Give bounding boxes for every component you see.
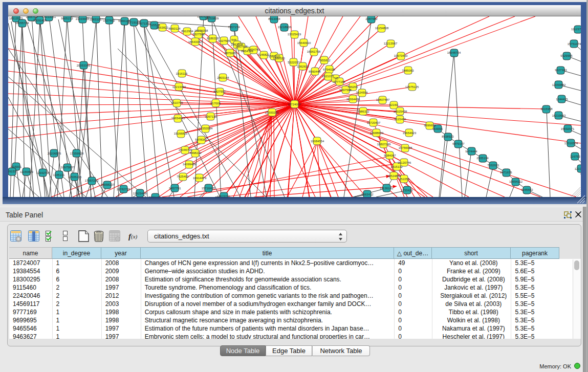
svg-text:16914479: 16914479 [193, 177, 207, 180]
svg-text:16154808: 16154808 [375, 27, 389, 30]
svg-text:14099489: 14099489 [183, 163, 197, 166]
svg-text:546: 546 [231, 38, 237, 41]
svg-text:9245652: 9245652 [521, 188, 533, 191]
svg-text:9227343: 9227343 [555, 69, 567, 72]
svg-text:4498222: 4498222 [189, 151, 202, 155]
svg-text:16210643: 16210643 [552, 114, 566, 117]
svg-text:745: 745 [333, 77, 339, 80]
svg-text:8813054: 8813054 [268, 17, 280, 20]
svg-text:39153: 39153 [8, 170, 16, 173]
svg-text:8990448: 8990448 [309, 70, 321, 73]
svg-text:19654945: 19654945 [171, 117, 185, 120]
svg-text:10688609: 10688609 [370, 132, 384, 135]
svg-text:12942737: 12942737 [36, 171, 50, 174]
svg-text:6879197: 6879197 [452, 142, 465, 145]
svg-text:19384554: 19384554 [311, 140, 324, 143]
svg-text:3267130: 3267130 [205, 115, 217, 118]
svg-text:9115460: 9115460 [395, 118, 407, 121]
svg-text:12213369: 12213369 [172, 85, 186, 89]
svg-text:7955812: 7955812 [318, 59, 331, 62]
svg-text:20091406: 20091406 [33, 19, 47, 22]
svg-text:15756928: 15756928 [399, 146, 412, 149]
svg-text:7857274: 7857274 [228, 26, 240, 29]
svg-text:9329996: 9329996 [560, 54, 573, 57]
svg-text:3215958: 3215958 [540, 107, 553, 111]
svg-text:2867608: 2867608 [235, 45, 248, 48]
svg-text:1621072: 1621072 [322, 75, 334, 78]
svg-text:7663822: 7663822 [156, 26, 168, 29]
svg-text:7632621: 7632621 [487, 164, 499, 167]
svg-text:8912954: 8912954 [181, 30, 193, 33]
svg-text:15692971: 15692971 [561, 127, 575, 130]
svg-text:10853267: 10853267 [90, 18, 103, 21]
svg-text:14055724: 14055724 [15, 21, 29, 25]
svg-text:10807487: 10807487 [376, 98, 390, 101]
svg-text:8186328: 8186328 [207, 37, 219, 40]
svg-text:12093882: 12093882 [552, 83, 566, 86]
svg-text:15226058: 15226058 [194, 29, 208, 32]
svg-text:15640910: 15640910 [297, 41, 311, 45]
svg-text:164095: 164095 [432, 127, 443, 130]
svg-text:9474444: 9474444 [465, 150, 477, 153]
svg-text:2935134: 2935134 [476, 157, 489, 160]
svg-text:2803144: 2803144 [217, 76, 229, 79]
svg-text:1916116: 1916116 [176, 72, 188, 75]
svg-text:20206576: 20206576 [48, 152, 61, 155]
svg-text:20053346: 20053346 [77, 64, 91, 67]
svg-text:19218906: 19218906 [278, 26, 292, 29]
svg-text:8471676: 8471676 [500, 171, 512, 174]
svg-text:62160: 62160 [389, 103, 398, 106]
svg-text:21033965: 21033965 [76, 17, 90, 20]
svg-text:8938923: 8938923 [442, 135, 454, 138]
svg-text:15720407: 15720407 [367, 121, 381, 124]
svg-text:16648754: 16648754 [447, 51, 461, 54]
svg-text:5322037: 5322037 [288, 61, 300, 64]
svg-text:17016504: 17016504 [564, 142, 578, 145]
svg-text:(x): (x) [131, 233, 138, 240]
svg-text:1905713: 1905713 [26, 16, 38, 18]
svg-text:10654112: 10654112 [509, 180, 523, 183]
svg-text:16333051: 16333051 [42, 16, 56, 18]
svg-text:12103453: 12103453 [575, 167, 581, 170]
svg-text:9605213: 9605213 [61, 17, 73, 20]
svg-text:10025438: 10025438 [394, 110, 407, 113]
svg-text:7485063: 7485063 [402, 69, 414, 72]
svg-text:3624554: 3624554 [356, 91, 368, 94]
svg-text:1527602: 1527602 [103, 19, 115, 22]
svg-text:7625402: 7625402 [177, 175, 189, 178]
svg-text:18313573: 18313573 [9, 17, 23, 20]
svg-text:3875685: 3875685 [224, 52, 236, 55]
svg-text:1244415: 1244415 [556, 98, 568, 101]
svg-text:16120746: 16120746 [398, 161, 411, 164]
svg-text:1615132: 1615132 [390, 165, 403, 168]
svg-text:12213967: 12213967 [384, 42, 398, 45]
svg-text:16053809: 16053809 [205, 17, 219, 20]
svg-text:515001: 515001 [11, 165, 22, 168]
svg-text:16961758: 16961758 [307, 50, 321, 53]
svg-text:17957223: 17957223 [85, 179, 99, 182]
svg-text:17359928: 17359928 [70, 152, 84, 155]
svg-text:10975887: 10975887 [61, 166, 75, 169]
svg-text:13523731: 13523731 [217, 195, 231, 197]
svg-text:16782759: 16782759 [117, 188, 130, 191]
svg-text:25300203: 25300203 [265, 111, 279, 114]
svg-text:1145131: 1145131 [53, 173, 66, 177]
svg-text:14136141: 14136141 [380, 187, 394, 190]
svg-text:15751074: 15751074 [568, 42, 581, 46]
svg-text:12353594: 12353594 [199, 127, 213, 130]
svg-text:10973493: 10973493 [394, 54, 408, 57]
svg-text:18724007: 18724007 [288, 103, 301, 106]
svg-text:9777169: 9777169 [333, 80, 345, 83]
svg-text:20364436: 20364436 [346, 98, 360, 101]
svg-text:116753: 116753 [570, 155, 580, 158]
svg-text:12505135: 12505135 [68, 176, 82, 179]
svg-text:9327505: 9327505 [218, 39, 230, 42]
svg-text:19654923: 19654923 [403, 132, 417, 135]
svg-text:9457791: 9457791 [169, 187, 181, 190]
svg-text:11123704: 11123704 [571, 28, 581, 31]
svg-text:8427552: 8427552 [213, 90, 226, 93]
svg-text:6794028: 6794028 [323, 68, 335, 71]
svg-text:8454749: 8454749 [248, 48, 260, 51]
svg-text:1610755: 1610755 [171, 101, 183, 104]
svg-text:1362615: 1362615 [297, 65, 309, 68]
